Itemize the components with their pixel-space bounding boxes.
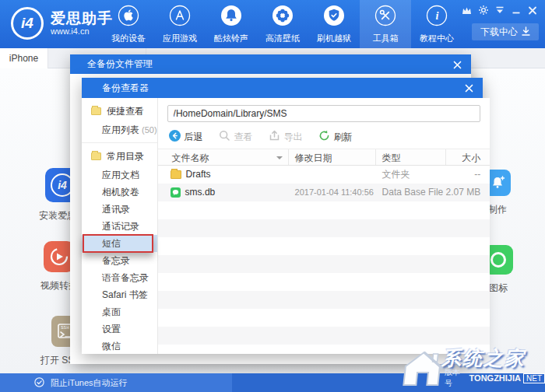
- nav-label: 应用游戏: [163, 33, 197, 44]
- sidebar-section-common-dirs: 常用目录: [82, 146, 157, 166]
- sidebar-item-call-log[interactable]: 通话记录: [82, 218, 157, 235]
- desktop-icon-label: 制作: [488, 203, 507, 216]
- dialog-titlebar: 备份查看器: [82, 78, 483, 98]
- dialog-title: 全备份文件管理: [87, 58, 153, 71]
- svg-text:i: i: [436, 10, 439, 22]
- nav-label: 我的设备: [111, 33, 146, 44]
- viewer-main: 后退 查看 导出: [158, 98, 490, 354]
- dialog-titlebar: 全备份文件管理: [70, 54, 471, 74]
- app-count: (50): [142, 125, 157, 135]
- check-circle-icon: [34, 377, 44, 389]
- sms-db-icon: [171, 187, 181, 198]
- sidebar-item-settings[interactable]: 设置: [82, 320, 157, 338]
- info-icon: i: [425, 4, 448, 30]
- vip-crown-icon[interactable]: [462, 6, 472, 15]
- sidebar-item-contacts[interactable]: 通讯录: [82, 201, 157, 218]
- download-icon: [522, 26, 530, 38]
- sidebar-item-app-list[interactable]: 应用列表(50): [82, 121, 157, 138]
- folder-icon: [171, 170, 181, 179]
- nav-toolbox[interactable]: 工具箱: [360, 0, 411, 48]
- viewer-toolbar: 后退 查看 导出: [158, 127, 490, 149]
- nav-my-devices[interactable]: 我的设备: [103, 0, 154, 48]
- sidebar-item-notes[interactable]: 备忘录: [82, 252, 157, 269]
- app-header: i4 爱思助手 www.i4.cn 我的设备 应用游戏: [0, 0, 545, 48]
- skin-dropdown-icon[interactable]: [495, 6, 505, 15]
- nav-label: 高清壁纸: [265, 33, 300, 44]
- nav-label: 教程中心: [420, 33, 454, 44]
- close-window-icon[interactable]: [528, 6, 537, 15]
- dialog-title: 备份查看器: [102, 82, 149, 95]
- column-header-size[interactable]: 大小: [446, 149, 490, 165]
- file-table-header: 文件名称 修改日期 类型 大小: [158, 149, 490, 166]
- table-row-smsdb[interactable]: sms.db 2017-01-04 11:40:56 Data Base Fil…: [158, 184, 490, 201]
- wallpaper-flower-icon: [271, 4, 294, 30]
- nav-label: 刷机越狱: [317, 33, 351, 44]
- app-window: i4 爱思助手 www.i4.cn 我的设备 应用游戏: [0, 0, 545, 392]
- tab-iphone[interactable]: iPhone: [0, 48, 48, 68]
- sidebar-item-camera-roll[interactable]: 相机胶卷: [82, 184, 157, 201]
- toolbox-icon: [374, 4, 397, 30]
- apple-icon: [117, 4, 140, 30]
- sidebar-item-homescreen[interactable]: 桌面: [82, 303, 157, 320]
- path-input[interactable]: [167, 105, 481, 122]
- column-header-name[interactable]: 文件名称: [158, 149, 289, 165]
- dialog-backup-viewer: 备份查看器 便捷查看 应用列表(50) 常用目录 应用文档: [82, 78, 483, 354]
- refresh-icon: [318, 130, 330, 144]
- magnifier-icon: [219, 130, 230, 144]
- nav-apps-games[interactable]: 应用游戏: [154, 0, 206, 48]
- download-center-button[interactable]: 下载中心: [472, 23, 539, 40]
- column-header-date[interactable]: 修改日期: [289, 149, 376, 165]
- jailbreak-shield-icon: [322, 4, 346, 30]
- export-icon: [269, 130, 280, 144]
- nav-tutorials[interactable]: i 教程中心: [411, 0, 462, 48]
- window-controls: [462, 5, 537, 15]
- nav-label: 酷炫铃声: [214, 33, 248, 44]
- viewer-sidebar: 便捷查看 应用列表(50) 常用目录 应用文档 相机胶卷 通讯录 通话记录 短信: [82, 98, 158, 354]
- status-bar: 阻止iTunes自动运行: [0, 373, 545, 392]
- nav-ringtones[interactable]: 酷炫铃声: [206, 0, 257, 48]
- minimize-icon[interactable]: [512, 6, 521, 15]
- settings-gear-icon[interactable]: [479, 5, 488, 15]
- sidebar-item-sms[interactable]: 短信: [82, 235, 157, 252]
- nav-label: 工具箱: [373, 33, 399, 44]
- sort-icon: [276, 156, 283, 159]
- view-button[interactable]: 查看: [219, 130, 253, 144]
- main-nav: 我的设备 应用游戏 酷炫铃声 高清壁纸: [103, 0, 462, 48]
- download-center-label: 下载中心: [480, 26, 518, 39]
- svg-text:SSH: SSH: [61, 325, 69, 331]
- nav-jailbreak[interactable]: 刷机越狱: [308, 0, 360, 48]
- sidebar-divider: [82, 142, 157, 143]
- refresh-button[interactable]: 刷新: [318, 130, 353, 144]
- close-icon[interactable]: [462, 82, 475, 94]
- folder-icon: [91, 152, 101, 160]
- folder-icon: [91, 107, 101, 115]
- bell-icon: [220, 4, 243, 30]
- back-icon: [169, 130, 181, 144]
- export-button[interactable]: 导出: [269, 130, 303, 144]
- close-icon[interactable]: [451, 58, 463, 71]
- column-header-type[interactable]: 类型: [376, 149, 446, 165]
- sidebar-section-quick-view: 便捷查看: [82, 101, 157, 121]
- file-table-body: Drafts 文件夹 -- sms.db 2017-01-: [158, 166, 490, 354]
- sidebar-item-voice-memos[interactable]: 语音备忘录: [82, 269, 157, 286]
- appstore-icon: [168, 4, 192, 30]
- block-itunes-label: 阻止iTunes自动运行: [51, 377, 128, 389]
- nav-wallpapers[interactable]: 高清壁纸: [257, 0, 308, 48]
- sidebar-item-app-docs[interactable]: 应用文档: [82, 166, 157, 184]
- sidebar-item-safari-bookmarks[interactable]: Safari 书签: [82, 286, 157, 303]
- table-row-drafts[interactable]: Drafts 文件夹 --: [158, 166, 490, 184]
- block-itunes-toggle[interactable]: 阻止iTunes自动运行: [0, 373, 232, 392]
- sidebar-item-wechat[interactable]: 微信: [82, 338, 157, 355]
- back-button[interactable]: 后退: [169, 130, 203, 144]
- desktop-icon-label: 图标: [489, 282, 508, 295]
- i4-logo-icon: i4: [11, 7, 44, 40]
- app-logo: i4 爱思助手 www.i4.cn: [11, 7, 113, 40]
